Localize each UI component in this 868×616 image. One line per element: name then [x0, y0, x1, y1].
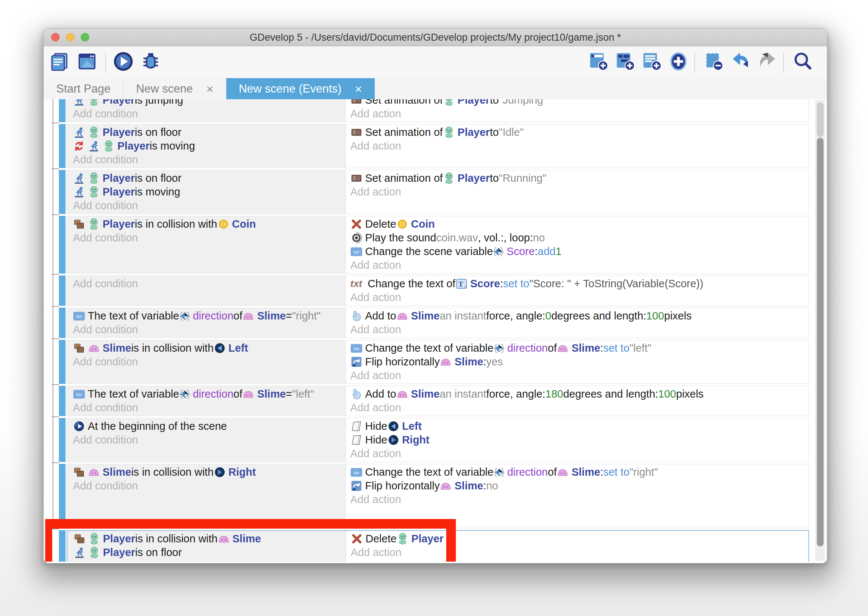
event-row[interactable]: Player is in collision with CoinAdd cond…: [59, 216, 809, 273]
condition-line[interactable]: Player is moving: [73, 139, 346, 153]
condition-line[interactable]: Player is on floor: [73, 546, 346, 559]
add-action-button[interactable]: Add action: [350, 401, 809, 415]
event-row[interactable]: VarThe text of variable direction of Sli…: [59, 386, 809, 416]
condition-line[interactable]: VarThe text of variable direction of Sli…: [73, 309, 346, 323]
condition-line[interactable]: Player is on floor: [73, 171, 346, 185]
action-line[interactable]: Set animation of Player to "Jumping": [350, 99, 809, 107]
action-line[interactable]: Delete Player: [351, 532, 808, 546]
undo-button[interactable]: [730, 52, 752, 73]
condition-line[interactable]: Player is in collision with Slime: [73, 532, 346, 546]
close-window-button[interactable]: [51, 33, 60, 41]
condition-line[interactable]: Slime is in collision with Left: [73, 341, 346, 355]
title-bar[interactable]: GDevelop 5 - /Users/david/Documents/GDev…: [44, 29, 827, 46]
varbox-icon: Var: [73, 390, 85, 399]
close-tab-icon[interactable]: ×: [355, 83, 362, 95]
add-action-button[interactable]: Add action: [350, 323, 809, 336]
minimize-window-button[interactable]: [66, 33, 74, 41]
condition-line[interactable]: Player is in collision with Coin: [73, 217, 346, 231]
search-button[interactable]: [792, 52, 814, 73]
add-condition-button[interactable]: Add condition: [73, 231, 346, 245]
event-row[interactable]: Add conditiontxtChange the text of TxSco…: [59, 275, 809, 306]
event-row[interactable]: Player is on floorPlayer is movingAdd co…: [59, 170, 809, 214]
condition-line[interactable]: Slime is in collision with Right: [73, 465, 346, 479]
scene-editor-button[interactable]: [76, 52, 98, 73]
add-event-button[interactable]: [588, 52, 609, 73]
event-row[interactable]: Slime is in collision with RightAdd cond…: [59, 464, 809, 528]
event-text: Right: [228, 465, 256, 479]
add-comment-icon: [642, 51, 662, 73]
actions-column: txtChange the text of TxScore: set to "S…: [346, 276, 809, 305]
event-row[interactable]: Player is in collision with SlimePlayer …: [59, 530, 809, 562]
event-text: At the beginning of the scene: [88, 420, 227, 433]
add-action-button[interactable]: Add action: [350, 139, 809, 153]
event-color-bar: [59, 99, 66, 122]
add-action-button[interactable]: Add action: [350, 369, 809, 382]
project-manager-button[interactable]: [49, 52, 70, 73]
add-condition-button[interactable]: Add condition: [73, 401, 346, 415]
event-row[interactable]: Player is jumpingAdd conditionSet animat…: [59, 99, 809, 122]
action-line[interactable]: Flip horizontally Slime : no: [350, 479, 809, 493]
add-condition-button[interactable]: Add condition: [73, 355, 346, 369]
action-line[interactable]: VarChange the scene variable Score: add …: [350, 245, 809, 258]
add-condition-button[interactable]: Add condition: [73, 433, 346, 447]
event-text: :: [535, 245, 538, 258]
event-row[interactable]: Slime is in collision with LeftAdd condi…: [59, 340, 809, 384]
add-condition-button[interactable]: Add condition: [73, 277, 346, 291]
add-condition-button[interactable]: Add condition: [73, 199, 346, 212]
add-condition-button[interactable]: Add condition: [73, 153, 346, 167]
add-action-button[interactable]: Add action: [350, 447, 809, 460]
action-line[interactable]: Add to Slime an instant force, angle: 18…: [350, 387, 809, 401]
scrollbar-thumb[interactable]: [817, 138, 824, 547]
action-line[interactable]: txtChange the text of TxScore: set to "S…: [350, 277, 809, 291]
add-action-button[interactable]: Add action: [350, 291, 809, 304]
action-line[interactable]: Set animation of Player to "Idle": [350, 126, 809, 139]
action-line[interactable]: Delete Coin: [350, 217, 809, 231]
close-tab-icon[interactable]: ×: [206, 83, 214, 95]
conditions-column: Player is in collision with SlimePlayer …: [68, 531, 346, 562]
platformer-icon: [73, 186, 85, 198]
action-line[interactable]: Set animation of Player to "Running": [350, 171, 809, 185]
event-row[interactable]: Player is on floorPlayer is movingAdd co…: [59, 124, 809, 168]
scrollbar-segment[interactable]: [817, 102, 824, 137]
add-action-button[interactable]: Add action: [350, 185, 809, 199]
delete-event-button[interactable]: [703, 52, 725, 73]
condition-line[interactable]: At the beginning of the scene: [73, 420, 346, 433]
event-color-bar: [59, 275, 66, 306]
zoom-window-button[interactable]: [81, 33, 89, 41]
play-button[interactable]: [113, 52, 134, 73]
debug-button[interactable]: [140, 52, 162, 73]
add-condition-button[interactable]: Add condition: [73, 323, 346, 336]
event-row[interactable]: At the beginning of the sceneAdd conditi…: [59, 418, 809, 462]
action-line[interactable]: VarChange the text of variable direction…: [350, 341, 809, 355]
condition-line[interactable]: Player is moving: [73, 185, 346, 199]
action-line[interactable]: Hide Left: [350, 420, 809, 433]
tab-new-scene-events[interactable]: New scene (Events)×: [226, 78, 375, 100]
event-text: Slime: [257, 387, 286, 401]
add-subevent-button[interactable]: [614, 52, 636, 73]
add-condition-button[interactable]: Add condition: [73, 107, 346, 121]
scrollbar[interactable]: [815, 100, 825, 561]
condition-line[interactable]: Player is jumping: [73, 99, 346, 107]
tab-start-page[interactable]: Start Page: [44, 78, 123, 100]
action-line[interactable]: Play the sound coin.wav, vol.: , loop: n…: [350, 231, 809, 245]
svg-text:x: x: [465, 284, 467, 288]
add-condition-button[interactable]: Add condition: [73, 559, 346, 562]
add-action-button[interactable]: Add action: [350, 258, 809, 272]
tab-new-scene[interactable]: New scene×: [123, 78, 226, 100]
action-line[interactable]: Add to Slime an instant force, angle: 0 …: [350, 309, 809, 323]
add-comment-button[interactable]: [641, 52, 662, 73]
add-action-button[interactable]: Add action: [350, 107, 809, 121]
condition-line[interactable]: VarThe text of variable direction of Sli…: [73, 387, 346, 401]
add-condition-button[interactable]: Add condition: [73, 479, 346, 493]
redo-button[interactable]: [756, 52, 778, 73]
condition-line[interactable]: Player is on floor: [73, 126, 346, 139]
event-text: Player: [117, 139, 149, 153]
add-action-button[interactable]: Add action: [350, 493, 809, 506]
event-row[interactable]: VarThe text of variable direction of Sli…: [59, 308, 809, 338]
event-text: Player: [458, 171, 490, 185]
action-line[interactable]: Flip horizontally Slime : yes: [350, 355, 809, 369]
add-new-button[interactable]: [668, 52, 689, 73]
action-line[interactable]: VarChange the text of variable direction…: [350, 465, 809, 479]
add-action-button[interactable]: Add action: [351, 546, 808, 559]
action-line[interactable]: Hide Right: [350, 433, 809, 447]
